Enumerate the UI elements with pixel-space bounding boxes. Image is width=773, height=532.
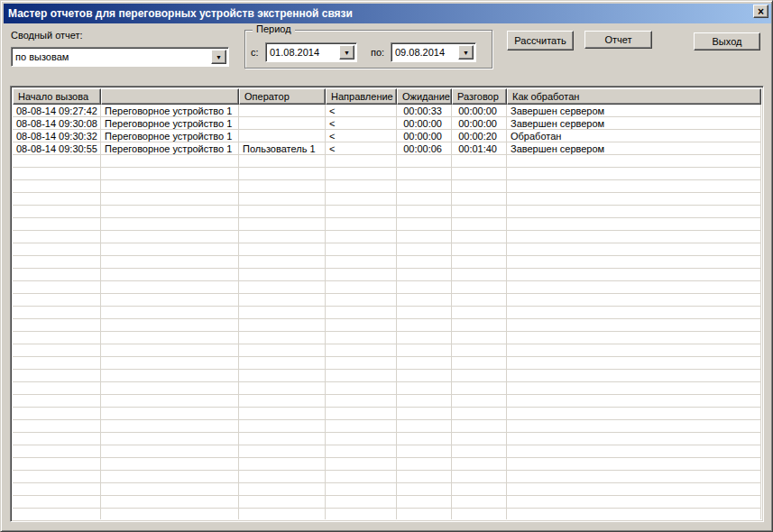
table-cell bbox=[452, 155, 507, 168]
table-cell bbox=[13, 357, 101, 370]
table-row bbox=[13, 307, 761, 319]
header-cell[interactable] bbox=[101, 88, 239, 105]
table-cell: Обработан bbox=[507, 130, 761, 142]
table-cell bbox=[452, 382, 507, 395]
table-cell bbox=[101, 433, 239, 445]
table-cell bbox=[101, 319, 239, 332]
table-cell: Переговорное устройство 1 bbox=[101, 142, 239, 155]
report-button[interactable]: Отчет bbox=[584, 31, 652, 49]
table-row bbox=[13, 332, 761, 344]
table-cell bbox=[239, 370, 326, 382]
header-cell[interactable]: Как обработан bbox=[507, 88, 761, 105]
table-row[interactable]: 08-08-14 09:30:55Переговорное устройство… bbox=[13, 142, 761, 155]
table-row bbox=[13, 370, 761, 382]
period-to-datepicker[interactable]: 09.08.2014 ▼ bbox=[391, 42, 476, 62]
table-cell bbox=[397, 344, 452, 357]
table-cell: 08-08-14 09:30:55 bbox=[13, 142, 101, 155]
table-cell bbox=[101, 344, 239, 357]
summary-report-combobox[interactable]: по вызовам ▼ bbox=[11, 47, 229, 67]
table-cell bbox=[13, 395, 101, 408]
table-cell bbox=[239, 483, 326, 496]
table-cell bbox=[397, 193, 452, 206]
titlebar: Мастер отчетов для переговорных устройст… bbox=[4, 4, 771, 23]
table-cell bbox=[452, 281, 507, 294]
chevron-down-icon: ▼ bbox=[463, 50, 469, 56]
table-body: 08-08-14 09:27:42Переговорное устройство… bbox=[13, 105, 761, 519]
table-cell bbox=[507, 180, 761, 193]
table-cell bbox=[101, 509, 239, 519]
table-cell bbox=[507, 344, 761, 357]
header-cell[interactable]: Разговор bbox=[452, 88, 507, 105]
close-button[interactable]: × bbox=[753, 5, 768, 18]
period-from-datepicker[interactable]: 01.08.2014 ▼ bbox=[265, 42, 357, 62]
table-row bbox=[13, 445, 761, 458]
table-cell bbox=[101, 496, 239, 509]
table-cell bbox=[507, 509, 761, 519]
summary-report-dropdown-button[interactable]: ▼ bbox=[211, 50, 226, 64]
table-cell bbox=[239, 180, 326, 193]
table-row bbox=[13, 218, 761, 231]
table-cell: 08-08-14 09:27:42 bbox=[13, 105, 101, 117]
table-cell bbox=[507, 471, 761, 483]
table-cell bbox=[507, 206, 761, 218]
table-cell bbox=[326, 193, 397, 206]
calculate-button[interactable]: Рассчитать bbox=[507, 31, 574, 50]
table-cell bbox=[239, 471, 326, 483]
table-row[interactable]: 08-08-14 09:30:32Переговорное устройство… bbox=[13, 130, 761, 142]
table-cell bbox=[239, 408, 326, 420]
table-row[interactable]: 08-08-14 09:30:08Переговорное устройство… bbox=[13, 117, 761, 130]
table-cell bbox=[507, 382, 761, 395]
table-cell bbox=[397, 231, 452, 243]
period-from-dropdown-button[interactable]: ▼ bbox=[339, 45, 354, 60]
header-cell[interactable]: Оператор bbox=[239, 88, 326, 105]
header-cell[interactable]: Начало вызова bbox=[13, 88, 101, 105]
exit-button[interactable]: Выход bbox=[694, 32, 760, 50]
table-cell bbox=[507, 168, 761, 180]
table-cell bbox=[452, 180, 507, 193]
table-cell bbox=[397, 509, 452, 519]
table-cell bbox=[239, 294, 326, 307]
table-cell bbox=[239, 445, 326, 458]
table-cell bbox=[452, 445, 507, 458]
table-cell bbox=[397, 256, 452, 269]
table-cell: < bbox=[326, 117, 397, 130]
period-to-dropdown-button[interactable]: ▼ bbox=[458, 45, 474, 60]
table-cell: 00:01:40 bbox=[452, 142, 507, 155]
table-row bbox=[13, 180, 761, 193]
table-cell bbox=[397, 168, 452, 180]
table-cell bbox=[397, 496, 452, 509]
table-row[interactable]: 08-08-14 09:27:42Переговорное устройство… bbox=[13, 105, 761, 117]
table-cell bbox=[239, 256, 326, 269]
table-row bbox=[13, 231, 761, 243]
table-cell bbox=[507, 155, 761, 168]
table-cell bbox=[101, 281, 239, 294]
table-cell bbox=[13, 370, 101, 382]
table-cell bbox=[507, 433, 761, 445]
table-cell bbox=[13, 231, 101, 243]
table-cell bbox=[13, 433, 101, 445]
table-cell: 08-08-14 09:30:32 bbox=[13, 130, 101, 142]
table-cell bbox=[101, 294, 239, 307]
table-cell bbox=[507, 307, 761, 319]
table-cell: < bbox=[326, 105, 397, 117]
table-cell: 08-08-14 09:30:08 bbox=[13, 117, 101, 130]
table-header: Начало вызоваОператорНаправлениеОжидание… bbox=[13, 88, 761, 105]
table-cell bbox=[326, 370, 397, 382]
table-cell bbox=[452, 433, 507, 445]
table-cell bbox=[326, 382, 397, 395]
table-cell bbox=[397, 382, 452, 395]
header-cell[interactable]: Направление bbox=[326, 88, 397, 105]
table-cell bbox=[507, 231, 761, 243]
table-cell bbox=[239, 382, 326, 395]
header-cell[interactable]: Ожидание bbox=[397, 88, 452, 105]
table-cell: 00:00:33 bbox=[397, 105, 452, 117]
period-to-value: 09.08.2014 bbox=[391, 43, 456, 61]
table-cell bbox=[507, 357, 761, 370]
table-cell bbox=[13, 382, 101, 395]
table-cell bbox=[101, 483, 239, 496]
table-row bbox=[13, 357, 761, 370]
table-cell bbox=[239, 168, 326, 180]
table-cell bbox=[13, 180, 101, 193]
table-cell bbox=[452, 471, 507, 483]
table-cell bbox=[507, 256, 761, 269]
